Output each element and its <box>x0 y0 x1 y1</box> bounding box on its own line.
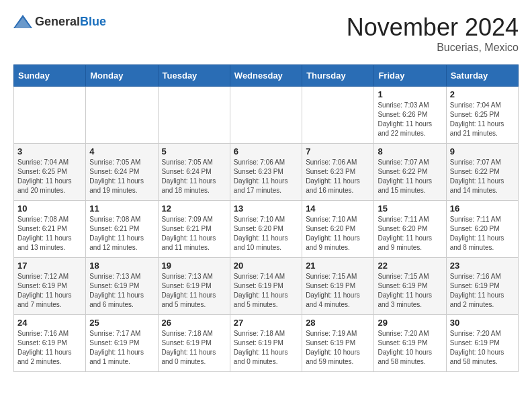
calendar-cell <box>14 87 86 144</box>
header-day-friday: Friday <box>374 65 446 87</box>
day-number: 25 <box>89 318 154 328</box>
day-info: Sunrise: 7:18 AM Sunset: 6:19 PM Dayligh… <box>234 329 298 367</box>
calendar-cell: 27Sunrise: 7:18 AM Sunset: 6:19 PM Dayli… <box>230 315 302 372</box>
day-number: 28 <box>306 318 370 328</box>
day-info: Sunrise: 7:07 AM Sunset: 6:22 PM Dayligh… <box>378 158 442 195</box>
week-row-2: 10Sunrise: 7:08 AM Sunset: 6:21 PM Dayli… <box>14 201 519 258</box>
day-info: Sunrise: 7:16 AM Sunset: 6:19 PM Dayligh… <box>450 272 515 310</box>
calendar-cell: 26Sunrise: 7:18 AM Sunset: 6:19 PM Dayli… <box>158 315 230 372</box>
day-number: 22 <box>378 261 442 271</box>
calendar-cell <box>302 87 374 144</box>
day-number: 5 <box>162 146 226 156</box>
day-info: Sunrise: 7:03 AM Sunset: 6:26 PM Dayligh… <box>378 101 442 138</box>
calendar-cell: 3Sunrise: 7:04 AM Sunset: 6:25 PM Daylig… <box>14 144 86 201</box>
calendar-cell: 30Sunrise: 7:20 AM Sunset: 6:19 PM Dayli… <box>446 315 518 372</box>
day-number: 4 <box>89 146 154 156</box>
day-number: 20 <box>234 261 298 271</box>
calendar-cell: 8Sunrise: 7:07 AM Sunset: 6:22 PM Daylig… <box>374 144 446 201</box>
header-day-saturday: Saturday <box>446 65 518 87</box>
day-info: Sunrise: 7:06 AM Sunset: 6:23 PM Dayligh… <box>234 158 298 195</box>
day-number: 24 <box>17 318 82 328</box>
day-info: Sunrise: 7:12 AM Sunset: 6:19 PM Dayligh… <box>17 272 82 310</box>
day-info: Sunrise: 7:05 AM Sunset: 6:24 PM Dayligh… <box>162 158 226 195</box>
day-info: Sunrise: 7:19 AM Sunset: 6:19 PM Dayligh… <box>306 329 370 367</box>
day-info: Sunrise: 7:10 AM Sunset: 6:20 PM Dayligh… <box>234 215 298 253</box>
header-day-sunday: Sunday <box>14 65 86 87</box>
day-info: Sunrise: 7:08 AM Sunset: 6:21 PM Dayligh… <box>17 215 82 253</box>
header: GeneralBlue November 2024 Bucerias, Mexi… <box>13 13 519 54</box>
calendar-cell <box>230 87 302 144</box>
header-day-tuesday: Tuesday <box>158 65 230 87</box>
day-info: Sunrise: 7:17 AM Sunset: 6:19 PM Dayligh… <box>89 329 154 367</box>
day-number: 15 <box>378 203 442 214</box>
logo-text-blue: Blue <box>80 15 106 28</box>
calendar-cell: 10Sunrise: 7:08 AM Sunset: 6:21 PM Dayli… <box>14 201 86 258</box>
calendar-cell: 17Sunrise: 7:12 AM Sunset: 6:19 PM Dayli… <box>14 258 86 315</box>
calendar-cell: 5Sunrise: 7:05 AM Sunset: 6:24 PM Daylig… <box>158 144 230 201</box>
day-info: Sunrise: 7:04 AM Sunset: 6:25 PM Dayligh… <box>17 158 82 195</box>
day-info: Sunrise: 7:08 AM Sunset: 6:21 PM Dayligh… <box>89 215 154 253</box>
day-info: Sunrise: 7:16 AM Sunset: 6:19 PM Dayligh… <box>17 329 82 367</box>
day-number: 16 <box>450 203 515 214</box>
week-row-3: 17Sunrise: 7:12 AM Sunset: 6:19 PM Dayli… <box>14 258 519 315</box>
day-info: Sunrise: 7:15 AM Sunset: 6:19 PM Dayligh… <box>378 272 442 310</box>
day-number: 1 <box>378 89 442 99</box>
day-info: Sunrise: 7:11 AM Sunset: 6:20 PM Dayligh… <box>450 215 515 253</box>
day-info: Sunrise: 7:10 AM Sunset: 6:20 PM Dayligh… <box>306 215 370 253</box>
calendar-cell: 21Sunrise: 7:15 AM Sunset: 6:19 PM Dayli… <box>302 258 374 315</box>
day-info: Sunrise: 7:04 AM Sunset: 6:25 PM Dayligh… <box>450 101 515 138</box>
day-info: Sunrise: 7:18 AM Sunset: 6:19 PM Dayligh… <box>162 329 226 367</box>
calendar-cell <box>158 87 230 144</box>
calendar-cell: 7Sunrise: 7:06 AM Sunset: 6:23 PM Daylig… <box>302 144 374 201</box>
day-number: 19 <box>162 261 226 271</box>
day-info: Sunrise: 7:13 AM Sunset: 6:19 PM Dayligh… <box>162 272 226 310</box>
day-info: Sunrise: 7:15 AM Sunset: 6:19 PM Dayligh… <box>306 272 370 310</box>
day-number: 18 <box>89 261 154 271</box>
day-number: 23 <box>450 261 515 271</box>
calendar-header: SundayMondayTuesdayWednesdayThursdayFrid… <box>14 65 519 87</box>
day-info: Sunrise: 7:11 AM Sunset: 6:20 PM Dayligh… <box>378 215 442 253</box>
calendar-cell: 18Sunrise: 7:13 AM Sunset: 6:19 PM Dayli… <box>86 258 158 315</box>
day-number: 27 <box>234 318 298 328</box>
day-info: Sunrise: 7:20 AM Sunset: 6:19 PM Dayligh… <box>378 329 442 367</box>
calendar-cell: 16Sunrise: 7:11 AM Sunset: 6:20 PM Dayli… <box>446 201 518 258</box>
day-number: 9 <box>450 146 515 156</box>
day-number: 14 <box>306 203 370 214</box>
day-number: 2 <box>450 89 515 99</box>
week-row-4: 24Sunrise: 7:16 AM Sunset: 6:19 PM Dayli… <box>14 315 519 372</box>
calendar-cell: 25Sunrise: 7:17 AM Sunset: 6:19 PM Dayli… <box>86 315 158 372</box>
header-day-monday: Monday <box>86 65 158 87</box>
day-info: Sunrise: 7:07 AM Sunset: 6:22 PM Dayligh… <box>450 158 515 195</box>
calendar-cell: 4Sunrise: 7:05 AM Sunset: 6:24 PM Daylig… <box>86 144 158 201</box>
day-number: 13 <box>234 203 298 214</box>
header-day-thursday: Thursday <box>302 65 374 87</box>
day-number: 10 <box>17 203 82 214</box>
logo: GeneralBlue <box>13 13 106 30</box>
calendar-cell: 29Sunrise: 7:20 AM Sunset: 6:19 PM Dayli… <box>374 315 446 372</box>
calendar-cell: 19Sunrise: 7:13 AM Sunset: 6:19 PM Dayli… <box>158 258 230 315</box>
calendar-cell: 6Sunrise: 7:06 AM Sunset: 6:23 PM Daylig… <box>230 144 302 201</box>
month-title: November 2024 <box>347 13 519 42</box>
day-info: Sunrise: 7:06 AM Sunset: 6:23 PM Dayligh… <box>306 158 370 195</box>
day-number: 30 <box>450 318 515 328</box>
calendar-cell: 14Sunrise: 7:10 AM Sunset: 6:20 PM Dayli… <box>302 201 374 258</box>
calendar-body: 1Sunrise: 7:03 AM Sunset: 6:26 PM Daylig… <box>14 87 519 372</box>
day-number: 6 <box>234 146 298 156</box>
day-number: 12 <box>162 203 226 214</box>
title-area: November 2024 Bucerias, Mexico <box>347 13 519 54</box>
header-day-wednesday: Wednesday <box>230 65 302 87</box>
day-number: 26 <box>162 318 226 328</box>
calendar-cell: 1Sunrise: 7:03 AM Sunset: 6:26 PM Daylig… <box>374 87 446 144</box>
day-number: 3 <box>17 146 82 156</box>
calendar-cell: 9Sunrise: 7:07 AM Sunset: 6:22 PM Daylig… <box>446 144 518 201</box>
day-info: Sunrise: 7:05 AM Sunset: 6:24 PM Dayligh… <box>89 158 154 195</box>
calendar-cell: 2Sunrise: 7:04 AM Sunset: 6:25 PM Daylig… <box>446 87 518 144</box>
logo-text-general: General <box>35 15 80 28</box>
calendar-cell <box>86 87 158 144</box>
day-number: 11 <box>89 203 154 214</box>
calendar-cell: 20Sunrise: 7:14 AM Sunset: 6:19 PM Dayli… <box>230 258 302 315</box>
day-info: Sunrise: 7:13 AM Sunset: 6:19 PM Dayligh… <box>89 272 154 310</box>
calendar-cell: 12Sunrise: 7:09 AM Sunset: 6:21 PM Dayli… <box>158 201 230 258</box>
day-number: 21 <box>306 261 370 271</box>
calendar-cell: 22Sunrise: 7:15 AM Sunset: 6:19 PM Dayli… <box>374 258 446 315</box>
